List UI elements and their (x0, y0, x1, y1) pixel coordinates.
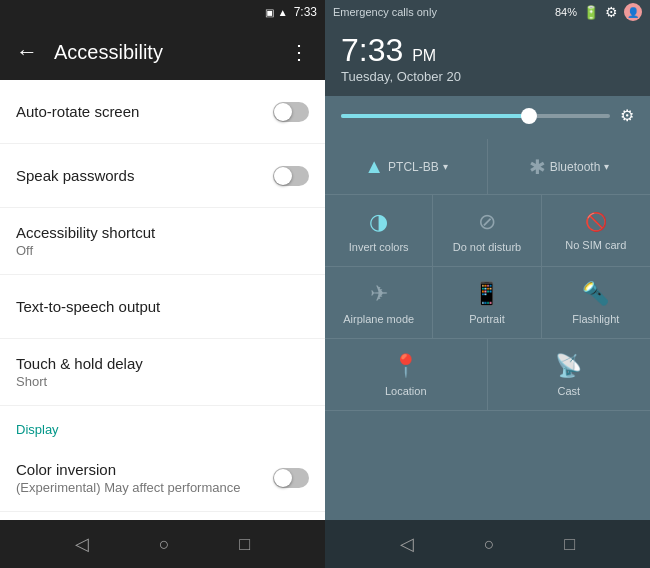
nav-bar-right: ◁ ○ □ (325, 520, 650, 568)
speak-passwords-toggle[interactable] (273, 166, 309, 186)
flashlight-icon: 🔦 (582, 281, 609, 307)
wifi-label: PTCL-BB (388, 160, 439, 174)
avatar-icon[interactable]: 👤 (624, 3, 642, 21)
wifi-tile[interactable]: ▲ PTCL-BB ▾ (325, 139, 488, 194)
status-time-left: 7:33 (294, 5, 317, 19)
cast-icon: 📡 (555, 353, 582, 379)
status-bar-right: Emergency calls only 84% 🔋 ⚙ 👤 (325, 0, 650, 24)
status-bar-left: ▣ ▲ 7:33 (0, 0, 325, 24)
accessibility-shortcut-subtitle: Off (16, 243, 309, 258)
no-sim-icon: 🚫 (585, 211, 607, 233)
bluetooth-tile[interactable]: ✱ Bluetooth ▾ (488, 139, 650, 194)
color-inversion-title: Color inversion (16, 461, 273, 478)
settings-item-color-correction[interactable]: Color correction Off (0, 512, 325, 520)
portrait-icon: 📱 (473, 281, 500, 307)
datetime-area: 7:33 PM Tuesday, October 20 (325, 24, 650, 96)
wifi-expand-arrow: ▾ (443, 161, 448, 172)
quick-tiles-grid: ◑ Invert colors ⊘ Do not disturb 🚫 No SI… (325, 195, 650, 339)
more-button[interactable]: ⋮ (289, 40, 309, 64)
no-sim-tile[interactable]: 🚫 No SIM card (542, 195, 650, 267)
sim-icon: ▣ (265, 7, 274, 18)
bottom-tiles-grid: 📍 Location 📡 Cast (325, 339, 650, 411)
ampm-label: PM (412, 47, 436, 64)
brightness-fill (341, 114, 529, 118)
settings-list: Auto-rotate screen Speak passwords Acces… (0, 80, 325, 520)
cast-tile[interactable]: 📡 Cast (488, 339, 651, 411)
date-display: Tuesday, October 20 (341, 69, 634, 84)
brightness-icon: ⚙ (620, 106, 634, 125)
auto-rotate-toggle[interactable] (273, 102, 309, 122)
no-sim-label: No SIM card (565, 239, 626, 251)
airplane-icon: ✈ (370, 281, 388, 307)
status-icons-left: ▣ ▲ (265, 7, 288, 18)
flashlight-label: Flashlight (572, 313, 619, 325)
settings-item-touch-hold[interactable]: Touch & hold delay Short (0, 339, 325, 406)
settings-item-speak-passwords[interactable]: Speak passwords (0, 144, 325, 208)
page-title: Accessibility (54, 41, 273, 64)
touch-hold-title: Touch & hold delay (16, 355, 309, 372)
color-inversion-subtitle: (Experimental) May affect performance (16, 480, 273, 495)
clock-time: 7:33 (341, 32, 403, 68)
speak-passwords-title: Speak passwords (16, 167, 273, 184)
back-nav-left[interactable]: ◁ (75, 533, 89, 555)
airplane-mode-tile[interactable]: ✈ Airplane mode (325, 267, 433, 339)
cast-label: Cast (557, 385, 580, 397)
invert-colors-label: Invert colors (349, 241, 409, 253)
back-nav-right[interactable]: ◁ (400, 533, 414, 555)
accessibility-shortcut-title: Accessibility shortcut (16, 224, 309, 241)
bluetooth-icon: ✱ (529, 155, 546, 179)
quick-tiles: ▲ PTCL-BB ▾ ✱ Bluetooth ▾ ◑ Invert color… (325, 135, 650, 415)
network-row: ▲ PTCL-BB ▾ ✱ Bluetooth ▾ (325, 139, 650, 195)
wifi-icon-left: ▲ (278, 7, 288, 18)
touch-hold-subtitle: Short (16, 374, 309, 389)
settings-item-auto-rotate[interactable]: Auto-rotate screen (0, 80, 325, 144)
home-nav-left[interactable]: ○ (159, 534, 170, 555)
auto-rotate-title: Auto-rotate screen (16, 103, 273, 120)
recents-nav-right[interactable]: □ (564, 534, 575, 555)
do-not-disturb-icon: ⊘ (478, 209, 496, 235)
brightness-row: ⚙ (325, 96, 650, 135)
invert-colors-tile[interactable]: ◑ Invert colors (325, 195, 433, 267)
location-icon: 📍 (392, 353, 419, 379)
tts-title: Text-to-speech output (16, 298, 309, 315)
home-nav-right[interactable]: ○ (484, 534, 495, 555)
portrait-tile[interactable]: 📱 Portrait (433, 267, 541, 339)
settings-item-color-inversion[interactable]: Color inversion (Experimental) May affec… (0, 445, 325, 512)
emergency-text: Emergency calls only (333, 6, 437, 18)
right-panel: Emergency calls only 84% 🔋 ⚙ 👤 7:33 PM T… (325, 0, 650, 568)
bluetooth-label: Bluetooth (550, 160, 601, 174)
color-inversion-toggle[interactable] (273, 468, 309, 488)
wifi-icon: ▲ (364, 155, 384, 178)
airplane-label: Airplane mode (343, 313, 414, 325)
toolbar: ← Accessibility ⋮ (0, 24, 325, 80)
bluetooth-expand-arrow: ▾ (604, 161, 609, 172)
settings-item-accessibility-shortcut[interactable]: Accessibility shortcut Off (0, 208, 325, 275)
display-section-header: Display (0, 406, 325, 445)
gear-icon[interactable]: ⚙ (605, 4, 618, 20)
portrait-label: Portrait (469, 313, 504, 325)
settings-item-tts[interactable]: Text-to-speech output (0, 275, 325, 339)
left-panel: ▣ ▲ 7:33 ← Accessibility ⋮ Auto-rotate s… (0, 0, 325, 568)
do-not-disturb-label: Do not disturb (453, 241, 521, 253)
back-button[interactable]: ← (16, 39, 38, 65)
nav-bar-left: ◁ ○ □ (0, 520, 325, 568)
invert-colors-icon: ◑ (369, 209, 388, 235)
time-display: 7:33 PM (341, 32, 634, 69)
do-not-disturb-tile[interactable]: ⊘ Do not disturb (433, 195, 541, 267)
brightness-slider[interactable] (341, 114, 610, 118)
battery-icon: 🔋 (583, 5, 599, 20)
battery-percent: 84% (555, 6, 577, 18)
recents-nav-left[interactable]: □ (239, 534, 250, 555)
brightness-thumb (521, 108, 537, 124)
right-status-icons: 84% 🔋 ⚙ 👤 (555, 3, 642, 21)
location-tile[interactable]: 📍 Location (325, 339, 488, 411)
flashlight-tile[interactable]: 🔦 Flashlight (542, 267, 650, 339)
location-label: Location (385, 385, 427, 397)
